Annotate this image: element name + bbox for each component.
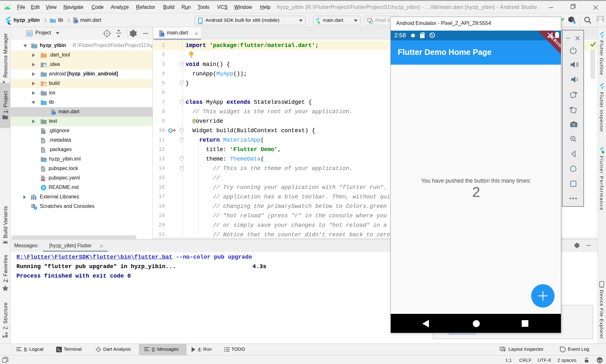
svg-text:YML: YML bbox=[41, 179, 45, 181]
